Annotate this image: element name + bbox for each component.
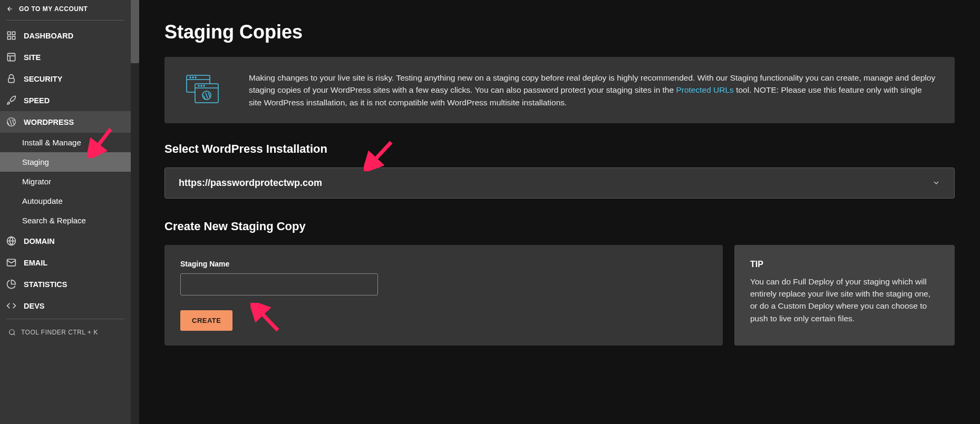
- svg-line-13: [14, 334, 15, 336]
- grid-icon: [6, 31, 16, 41]
- search-icon: [8, 329, 16, 336]
- back-label: GO TO MY ACCOUNT: [19, 5, 88, 13]
- tip-text: You can do Full Deploy of your staging w…: [750, 275, 939, 324]
- chevron-down-icon: [932, 179, 940, 187]
- pie-chart-icon: [6, 279, 16, 289]
- sidebar-item-dashboard[interactable]: DASHBOARD: [0, 25, 131, 46]
- svg-point-16: [190, 77, 191, 78]
- tip-title: TIP: [750, 260, 939, 269]
- staging-name-input[interactable]: [180, 273, 378, 295]
- divider: [6, 319, 124, 319]
- svg-rect-7: [8, 78, 14, 83]
- svg-rect-4: [7, 53, 15, 61]
- sidebar-item-statistics[interactable]: STATISTICS: [0, 273, 131, 295]
- svg-point-23: [203, 85, 205, 86]
- sidebar-item-email[interactable]: EMAIL: [0, 252, 131, 273]
- sidebar-item-speed[interactable]: SPEED: [0, 90, 131, 111]
- scrollbar-track: [131, 0, 139, 424]
- sidebar-item-label: EMAIL: [24, 259, 47, 267]
- sidebar-item-label: SECURITY: [24, 75, 62, 83]
- svg-point-21: [198, 85, 199, 86]
- svg-rect-1: [12, 32, 15, 35]
- sidebar-item-label: DASHBOARD: [24, 32, 73, 40]
- sidebar-sub-staging[interactable]: Staging: [0, 152, 131, 172]
- staging-name-label: Staging Name: [180, 260, 707, 268]
- sidebar-item-label: SITE: [24, 53, 41, 62]
- code-icon: [6, 301, 16, 311]
- create-staging-title: Create New Staging Copy: [164, 220, 955, 233]
- sidebar: GO TO MY ACCOUNT DASHBOARD SITE SECURITY…: [0, 0, 131, 424]
- svg-point-18: [195, 77, 196, 78]
- back-to-account-link[interactable]: GO TO MY ACCOUNT: [0, 0, 131, 18]
- svg-rect-0: [7, 32, 11, 35]
- sidebar-item-label: DEVS: [24, 302, 45, 310]
- svg-rect-2: [7, 36, 11, 40]
- page-title: Staging Copies: [164, 21, 955, 43]
- svg-point-22: [201, 85, 202, 86]
- staging-illustration-icon: [183, 73, 221, 107]
- scrollbar-thumb[interactable]: [131, 0, 139, 63]
- lock-icon: [6, 74, 16, 84]
- create-row: Staging Name CREATE TIP You can do Full …: [164, 245, 955, 346]
- tip-panel: TIP You can do Full Deploy of your stagi…: [734, 245, 955, 346]
- select-value: https://passwordprotectwp.com: [179, 178, 322, 189]
- layout-icon: [6, 52, 16, 62]
- wordpress-installation-select[interactable]: https://passwordprotectwp.com: [164, 167, 955, 199]
- sidebar-item-wordpress[interactable]: WORDPRESS: [0, 111, 131, 133]
- sidebar-item-label: STATISTICS: [24, 280, 67, 289]
- select-installation-title: Select WordPress Installation: [164, 142, 955, 156]
- globe-icon: [6, 236, 16, 246]
- sidebar-item-label: DOMAIN: [24, 237, 55, 245]
- sidebar-item-domain[interactable]: DOMAIN: [0, 230, 131, 252]
- main-content: Staging Copies Making changes to your li…: [139, 0, 980, 424]
- mail-icon: [6, 258, 16, 268]
- sidebar-sub-search-replace[interactable]: Search & Replace: [0, 211, 131, 230]
- divider: [6, 20, 124, 21]
- sidebar-item-site[interactable]: SITE: [0, 46, 131, 68]
- create-button[interactable]: CREATE: [180, 310, 232, 331]
- sidebar-item-devs[interactable]: DEVS: [0, 295, 131, 317]
- sidebar-sub-autoupdate[interactable]: Autoupdate: [0, 191, 131, 211]
- wordpress-icon: [6, 117, 16, 127]
- tool-finder[interactable]: TOOL FINDER CTRL + K: [0, 323, 131, 341]
- arrow-left-icon: [6, 5, 14, 13]
- rocket-icon: [6, 95, 16, 105]
- tool-finder-label: TOOL FINDER CTRL + K: [21, 329, 98, 336]
- svg-rect-3: [12, 36, 15, 40]
- sidebar-sub-migrator[interactable]: Migrator: [0, 172, 131, 191]
- svg-point-17: [192, 77, 193, 78]
- sidebar-item-security[interactable]: SECURITY: [0, 68, 131, 90]
- sidebar-sub-install-manage[interactable]: Install & Manage: [0, 133, 131, 152]
- sidebar-item-label: WORDPRESS: [24, 118, 74, 126]
- protected-urls-link[interactable]: Protected URLs: [676, 85, 733, 94]
- sidebar-item-label: SPEED: [24, 96, 50, 105]
- info-text: Making changes to your live site is risk…: [249, 72, 936, 109]
- create-form-panel: Staging Name CREATE: [164, 245, 723, 346]
- info-box: Making changes to your live site is risk…: [164, 57, 955, 123]
- svg-point-12: [9, 330, 14, 334]
